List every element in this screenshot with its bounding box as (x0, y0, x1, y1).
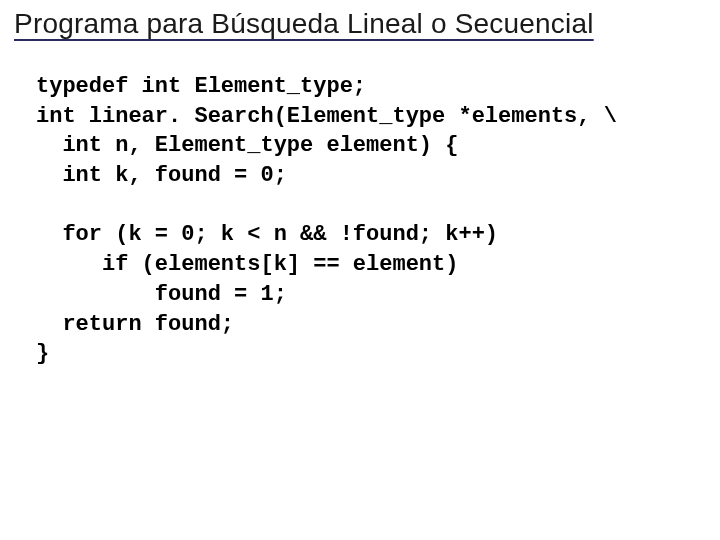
code-block: typedef int Element_type; int linear. Se… (14, 72, 700, 369)
slide-title: Programa para Búsqueda Lineal o Secuenci… (14, 8, 700, 46)
slide: Programa para Búsqueda Lineal o Secuenci… (0, 0, 720, 540)
